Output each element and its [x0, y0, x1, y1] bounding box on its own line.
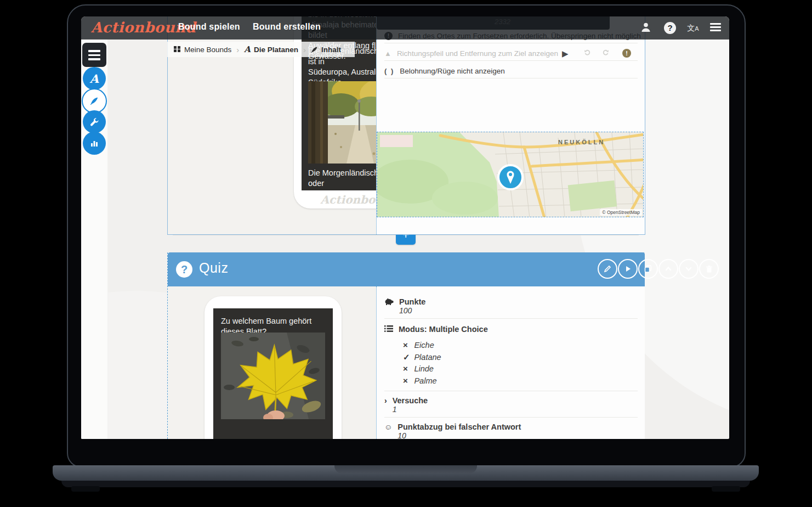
play-button[interactable]	[618, 259, 638, 279]
wrench-icon	[90, 117, 99, 127]
breadcrumb-die-platanen[interactable]: Die Platanen	[254, 46, 298, 54]
delete-button[interactable]	[699, 259, 719, 279]
sidebar-bound-button[interactable]: A	[83, 67, 106, 90]
sidebar-settings-button[interactable]	[83, 110, 106, 133]
nav-bound-erstellen[interactable]: Bound erstellen	[253, 22, 321, 32]
breadcrumb-inhalt[interactable]: Inhalt	[321, 46, 341, 54]
laptop-foot-left	[71, 486, 100, 492]
bound-icon: A	[244, 44, 251, 54]
option-label: Platane	[414, 353, 441, 362]
quiz-row-modus[interactable]: Modus: Multiple Choice	[384, 325, 488, 334]
edit-button[interactable]	[598, 259, 617, 279]
option-label: Eiche	[414, 341, 434, 350]
quiz-settings-column: Punkte 100 Modus: Multiple Choice × Eich…	[376, 286, 645, 439]
check-icon: ✓	[403, 352, 412, 362]
menu-icon[interactable]	[710, 21, 723, 35]
divider	[384, 43, 638, 43]
setting-label: Richtungspfeil und Entfernung zum Ziel a…	[397, 49, 558, 58]
undo-icon[interactable]	[583, 48, 592, 57]
option-label: Linde	[414, 364, 433, 373]
phone-preview: Zu welchem Baum gehört dieses Blatt?	[205, 296, 342, 439]
divider	[384, 391, 638, 391]
user-icon[interactable]	[640, 21, 654, 35]
map-place-label: NEUKÖLLN	[558, 139, 605, 145]
play-preview-icon[interactable]: ▶	[562, 49, 569, 59]
quiz-photo-leaf	[221, 333, 325, 419]
move-up-button[interactable]	[658, 259, 678, 279]
help-icon[interactable]: ?	[664, 22, 676, 34]
cross-icon: ×	[403, 364, 412, 373]
divider	[384, 78, 638, 78]
grid-icon	[174, 46, 181, 53]
smiley-icon: ☺	[384, 422, 392, 439]
cross-icon: ×	[403, 376, 412, 385]
chevron-separator: ›	[236, 45, 239, 54]
divider	[384, 417, 638, 418]
row-label: Modus: Multiple Choice	[399, 325, 488, 334]
breadcrumb-meine-bounds[interactable]: Meine Bounds	[184, 46, 231, 54]
quiz-row-punkte[interactable]: Punkte 100	[384, 297, 425, 315]
breadcrumb: Meine Bounds › A Die Platanen › Inhalt	[167, 42, 355, 57]
row-label: Punktabzug bei falscher Antwort	[398, 422, 521, 431]
sidebar-results-button[interactable]	[83, 132, 106, 155]
direction-arrow-icon: ▲	[384, 49, 391, 58]
setting-row-direction-arrow[interactable]: ▲ Richtungspfeil und Entfernung zum Ziel…	[384, 49, 558, 58]
map-attribution: © OpenStreetMap	[600, 209, 642, 216]
duplicate-button[interactable]	[638, 259, 658, 279]
laptop-shadow	[61, 481, 750, 487]
quiz-option[interactable]: ✓ Platane	[403, 352, 441, 362]
sidebar-menu-button[interactable]	[82, 43, 106, 67]
row-value: 100	[399, 306, 425, 315]
row-value: 10	[398, 431, 521, 439]
piggy-bank-icon	[384, 297, 394, 315]
brackets-icon: ( )	[384, 67, 394, 75]
quiz-row-punktabzug[interactable]: ☺ Punktabzug bei falscher Antwort 10	[384, 422, 521, 439]
laptop-foot-right	[712, 486, 740, 492]
chevron-separator: ›	[303, 45, 306, 54]
feather-icon	[90, 97, 99, 105]
bound-a-icon: A	[90, 72, 99, 86]
row-label: Punkte	[399, 297, 425, 306]
row-value: 1	[393, 405, 428, 414]
top-navbar: Actionbound Bound spielen Bound erstelle…	[81, 16, 729, 40]
quiz-option[interactable]: × Linde	[403, 364, 434, 374]
setting-row-no-feedback[interactable]: ( ) Belohnung/Rüge nicht anzeigen	[384, 67, 505, 75]
app-screen: bis in den westlichen Himalaja beheimate…	[81, 16, 729, 439]
location-map[interactable]: NEUKÖLLN © OpenStreetMap	[377, 132, 644, 217]
quiz-title: Quiz	[199, 260, 228, 276]
redo-icon[interactable]	[601, 48, 610, 57]
quiz-header: ? Quiz	[168, 252, 645, 286]
phone-screen: Zu welchem Baum gehört dieses Blatt?	[213, 308, 333, 439]
divider	[384, 60, 638, 61]
warning-icon[interactable]: !	[622, 49, 631, 58]
quiz-question-mark-icon: ?	[176, 261, 192, 278]
cross-icon: ×	[403, 340, 412, 350]
divider	[384, 318, 638, 319]
nav-bound-spielen[interactable]: Bound spielen	[178, 22, 240, 32]
quiz-card: ? Quiz Zu welchem Ba	[167, 252, 644, 439]
chevron-right-icon: ›	[384, 396, 387, 414]
quiz-option[interactable]: × Palme	[403, 376, 437, 386]
row-label: Versuche	[393, 396, 428, 405]
quiz-option[interactable]: × Eiche	[403, 340, 434, 350]
feather-icon	[311, 46, 318, 53]
laptop-trackpad-notch	[334, 465, 477, 474]
bar-chart-icon	[90, 139, 99, 148]
option-label: Palme	[414, 376, 436, 385]
move-down-button[interactable]	[679, 259, 699, 279]
stage-settings-column: 2332 ! Finden des Ortes zum Fortsetzen e…	[376, 16, 645, 234]
setting-label: Belohnung/Rüge nicht anzeigen	[400, 67, 504, 75]
language-icon[interactable]: 文A	[686, 21, 700, 35]
list-icon	[384, 325, 393, 334]
quiz-row-versuche[interactable]: › Versuche 1	[384, 396, 428, 414]
